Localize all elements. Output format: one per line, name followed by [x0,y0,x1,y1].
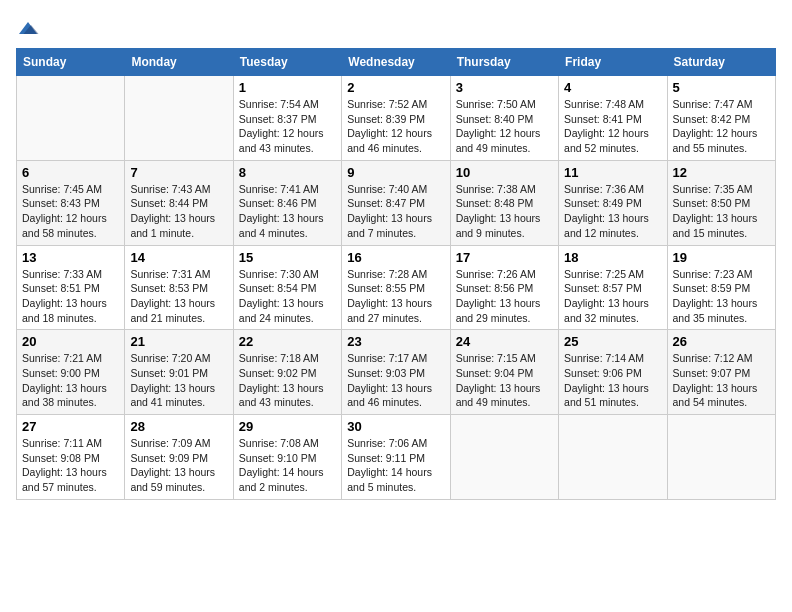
calendar-cell: 23Sunrise: 7:17 AM Sunset: 9:03 PM Dayli… [342,330,450,415]
day-number: 15 [239,250,336,265]
day-info: Sunrise: 7:28 AM Sunset: 8:55 PM Dayligh… [347,267,444,326]
day-number: 1 [239,80,336,95]
calendar-cell [450,415,558,500]
calendar-cell: 4Sunrise: 7:48 AM Sunset: 8:41 PM Daylig… [559,76,667,161]
calendar-cell: 29Sunrise: 7:08 AM Sunset: 9:10 PM Dayli… [233,415,341,500]
calendar-week-4: 20Sunrise: 7:21 AM Sunset: 9:00 PM Dayli… [17,330,776,415]
day-number: 8 [239,165,336,180]
col-header-monday: Monday [125,49,233,76]
logo-icon [16,16,40,40]
day-info: Sunrise: 7:31 AM Sunset: 8:53 PM Dayligh… [130,267,227,326]
day-number: 5 [673,80,770,95]
day-info: Sunrise: 7:45 AM Sunset: 8:43 PM Dayligh… [22,182,119,241]
calendar-cell: 26Sunrise: 7:12 AM Sunset: 9:07 PM Dayli… [667,330,775,415]
day-number: 29 [239,419,336,434]
calendar-cell: 18Sunrise: 7:25 AM Sunset: 8:57 PM Dayli… [559,245,667,330]
calendar-cell: 19Sunrise: 7:23 AM Sunset: 8:59 PM Dayli… [667,245,775,330]
day-info: Sunrise: 7:17 AM Sunset: 9:03 PM Dayligh… [347,351,444,410]
calendar-cell [125,76,233,161]
calendar-cell: 28Sunrise: 7:09 AM Sunset: 9:09 PM Dayli… [125,415,233,500]
day-number: 19 [673,250,770,265]
day-number: 7 [130,165,227,180]
day-info: Sunrise: 7:36 AM Sunset: 8:49 PM Dayligh… [564,182,661,241]
calendar-cell: 2Sunrise: 7:52 AM Sunset: 8:39 PM Daylig… [342,76,450,161]
col-header-wednesday: Wednesday [342,49,450,76]
day-info: Sunrise: 7:48 AM Sunset: 8:41 PM Dayligh… [564,97,661,156]
col-header-friday: Friday [559,49,667,76]
calendar-cell: 15Sunrise: 7:30 AM Sunset: 8:54 PM Dayli… [233,245,341,330]
day-number: 3 [456,80,553,95]
day-number: 14 [130,250,227,265]
day-info: Sunrise: 7:21 AM Sunset: 9:00 PM Dayligh… [22,351,119,410]
calendar-cell: 3Sunrise: 7:50 AM Sunset: 8:40 PM Daylig… [450,76,558,161]
calendar-cell: 8Sunrise: 7:41 AM Sunset: 8:46 PM Daylig… [233,160,341,245]
calendar-cell: 11Sunrise: 7:36 AM Sunset: 8:49 PM Dayli… [559,160,667,245]
day-number: 18 [564,250,661,265]
calendar-cell: 27Sunrise: 7:11 AM Sunset: 9:08 PM Dayli… [17,415,125,500]
calendar-cell: 16Sunrise: 7:28 AM Sunset: 8:55 PM Dayli… [342,245,450,330]
day-number: 25 [564,334,661,349]
day-number: 16 [347,250,444,265]
day-number: 17 [456,250,553,265]
calendar-cell [559,415,667,500]
day-number: 9 [347,165,444,180]
calendar-cell: 13Sunrise: 7:33 AM Sunset: 8:51 PM Dayli… [17,245,125,330]
calendar-cell: 20Sunrise: 7:21 AM Sunset: 9:00 PM Dayli… [17,330,125,415]
day-info: Sunrise: 7:50 AM Sunset: 8:40 PM Dayligh… [456,97,553,156]
col-header-tuesday: Tuesday [233,49,341,76]
day-info: Sunrise: 7:15 AM Sunset: 9:04 PM Dayligh… [456,351,553,410]
calendar-table: SundayMondayTuesdayWednesdayThursdayFrid… [16,48,776,500]
day-info: Sunrise: 7:33 AM Sunset: 8:51 PM Dayligh… [22,267,119,326]
day-info: Sunrise: 7:06 AM Sunset: 9:11 PM Dayligh… [347,436,444,495]
calendar-cell: 9Sunrise: 7:40 AM Sunset: 8:47 PM Daylig… [342,160,450,245]
calendar-cell: 24Sunrise: 7:15 AM Sunset: 9:04 PM Dayli… [450,330,558,415]
day-info: Sunrise: 7:20 AM Sunset: 9:01 PM Dayligh… [130,351,227,410]
col-header-saturday: Saturday [667,49,775,76]
day-number: 13 [22,250,119,265]
day-info: Sunrise: 7:47 AM Sunset: 8:42 PM Dayligh… [673,97,770,156]
day-info: Sunrise: 7:12 AM Sunset: 9:07 PM Dayligh… [673,351,770,410]
calendar-cell: 5Sunrise: 7:47 AM Sunset: 8:42 PM Daylig… [667,76,775,161]
calendar-cell: 6Sunrise: 7:45 AM Sunset: 8:43 PM Daylig… [17,160,125,245]
calendar-week-2: 6Sunrise: 7:45 AM Sunset: 8:43 PM Daylig… [17,160,776,245]
calendar-header-row: SundayMondayTuesdayWednesdayThursdayFrid… [17,49,776,76]
col-header-sunday: Sunday [17,49,125,76]
day-number: 20 [22,334,119,349]
day-info: Sunrise: 7:09 AM Sunset: 9:09 PM Dayligh… [130,436,227,495]
calendar-week-1: 1Sunrise: 7:54 AM Sunset: 8:37 PM Daylig… [17,76,776,161]
page-header [16,16,776,40]
calendar-cell: 10Sunrise: 7:38 AM Sunset: 8:48 PM Dayli… [450,160,558,245]
calendar-cell: 7Sunrise: 7:43 AM Sunset: 8:44 PM Daylig… [125,160,233,245]
logo [16,16,44,40]
day-number: 30 [347,419,444,434]
day-info: Sunrise: 7:40 AM Sunset: 8:47 PM Dayligh… [347,182,444,241]
day-number: 11 [564,165,661,180]
day-info: Sunrise: 7:38 AM Sunset: 8:48 PM Dayligh… [456,182,553,241]
calendar-cell: 30Sunrise: 7:06 AM Sunset: 9:11 PM Dayli… [342,415,450,500]
day-number: 28 [130,419,227,434]
calendar-cell: 17Sunrise: 7:26 AM Sunset: 8:56 PM Dayli… [450,245,558,330]
col-header-thursday: Thursday [450,49,558,76]
day-number: 2 [347,80,444,95]
day-number: 24 [456,334,553,349]
calendar-cell [17,76,125,161]
day-number: 6 [22,165,119,180]
day-number: 23 [347,334,444,349]
day-info: Sunrise: 7:41 AM Sunset: 8:46 PM Dayligh… [239,182,336,241]
day-info: Sunrise: 7:18 AM Sunset: 9:02 PM Dayligh… [239,351,336,410]
day-number: 4 [564,80,661,95]
day-info: Sunrise: 7:14 AM Sunset: 9:06 PM Dayligh… [564,351,661,410]
day-info: Sunrise: 7:52 AM Sunset: 8:39 PM Dayligh… [347,97,444,156]
calendar-cell: 21Sunrise: 7:20 AM Sunset: 9:01 PM Dayli… [125,330,233,415]
day-info: Sunrise: 7:43 AM Sunset: 8:44 PM Dayligh… [130,182,227,241]
calendar-week-3: 13Sunrise: 7:33 AM Sunset: 8:51 PM Dayli… [17,245,776,330]
calendar-cell [667,415,775,500]
calendar-cell: 22Sunrise: 7:18 AM Sunset: 9:02 PM Dayli… [233,330,341,415]
day-info: Sunrise: 7:11 AM Sunset: 9:08 PM Dayligh… [22,436,119,495]
day-info: Sunrise: 7:35 AM Sunset: 8:50 PM Dayligh… [673,182,770,241]
day-info: Sunrise: 7:54 AM Sunset: 8:37 PM Dayligh… [239,97,336,156]
day-number: 22 [239,334,336,349]
day-number: 10 [456,165,553,180]
day-info: Sunrise: 7:26 AM Sunset: 8:56 PM Dayligh… [456,267,553,326]
calendar-cell: 1Sunrise: 7:54 AM Sunset: 8:37 PM Daylig… [233,76,341,161]
